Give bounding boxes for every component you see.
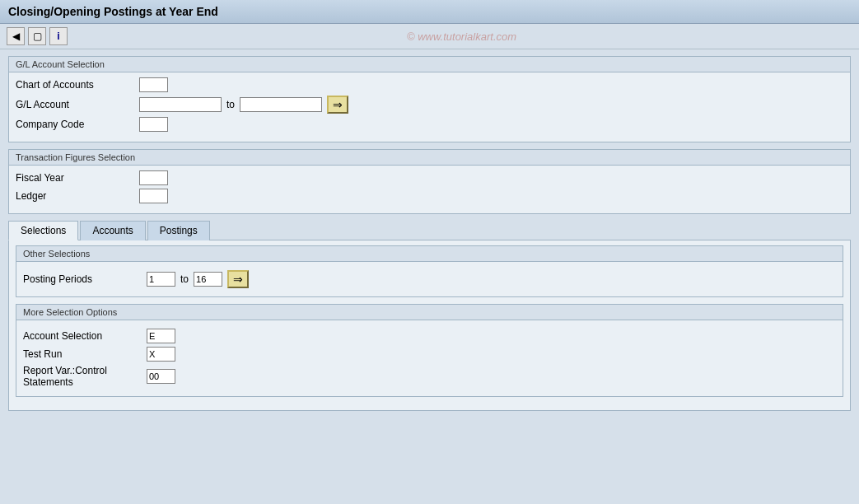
more-selection-options-section: More Selection Options Account Selection… [16, 304, 843, 397]
gl-account-label: G/L Account [16, 99, 139, 110]
report-var-label: Report Var.:Control Statements [23, 365, 147, 388]
fiscal-year-label: Fiscal Year [16, 172, 139, 184]
tab-content-selections: Other Selections Posting Periods to ⇒ Mo… [8, 240, 851, 411]
back-button[interactable]: ◀ [7, 27, 25, 45]
ledger-row: Ledger [16, 189, 843, 203]
tab-postings[interactable]: Postings [147, 221, 210, 240]
tab-accounts[interactable]: Accounts [80, 221, 145, 240]
company-code-row: Company Code [16, 117, 843, 132]
info-button[interactable]: i [49, 27, 68, 45]
transaction-section-title: Transaction Figures Selection [9, 150, 850, 166]
test-run-input[interactable] [147, 347, 175, 362]
fiscal-year-input[interactable] [139, 170, 168, 185]
gl-account-row: G/L Account to ⇒ [16, 96, 843, 114]
chart-of-accounts-input[interactable] [139, 77, 168, 92]
ledger-input[interactable] [139, 189, 168, 203]
chart-of-accounts-row: Chart of Accounts [16, 77, 843, 92]
report-var-row: Report Var.:Control Statements [23, 365, 836, 388]
test-run-row: Test Run [23, 347, 836, 362]
gl-section-title: G/L Account Selection [9, 57, 850, 72]
account-selection-input[interactable] [147, 329, 175, 343]
page-title: Closing/Opening Postings at Year End [8, 5, 218, 18]
title-bar: Closing/Opening Postings at Year End [0, 0, 859, 24]
account-selection-row: Account Selection [23, 329, 836, 343]
watermark: © www.tutorialkart.com [71, 30, 852, 43]
posting-periods-select-button[interactable]: ⇒ [227, 270, 249, 288]
company-code-input[interactable] [139, 117, 168, 132]
more-options-title: More Selection Options [16, 305, 843, 320]
posting-periods-label: Posting Periods [23, 273, 147, 285]
gl-account-from-input[interactable] [139, 97, 222, 112]
gl-account-to-input[interactable] [240, 97, 322, 112]
posting-periods-row: Posting Periods to ⇒ [23, 270, 836, 288]
exit-button[interactable]: ▢ [28, 27, 46, 45]
company-code-label: Company Code [16, 119, 139, 130]
ledger-label: Ledger [16, 190, 139, 202]
to-label-posting: to [180, 273, 189, 285]
tabs-container: Selections Accounts Postings Other Selec… [8, 221, 851, 411]
posting-periods-from-input[interactable] [147, 272, 175, 287]
posting-periods-to-input[interactable] [194, 272, 222, 287]
report-var-input[interactable] [147, 369, 175, 384]
to-label-gl: to [226, 99, 235, 110]
gl-account-selection-section: G/L Account Selection Chart of Accounts … [8, 56, 851, 142]
transaction-figures-section: Transaction Figures Selection Fiscal Yea… [8, 149, 851, 214]
account-selection-label: Account Selection [23, 330, 147, 342]
gl-account-select-button[interactable]: ⇒ [327, 96, 348, 114]
tab-selections[interactable]: Selections [8, 221, 78, 240]
other-selections-section: Other Selections Posting Periods to ⇒ [16, 245, 843, 297]
test-run-label: Test Run [23, 348, 147, 360]
chart-of-accounts-label: Chart of Accounts [16, 79, 139, 91]
fiscal-year-row: Fiscal Year [16, 170, 843, 185]
toolbar: ◀ ▢ i © www.tutorialkart.com [0, 24, 859, 49]
other-selections-title: Other Selections [16, 246, 843, 262]
